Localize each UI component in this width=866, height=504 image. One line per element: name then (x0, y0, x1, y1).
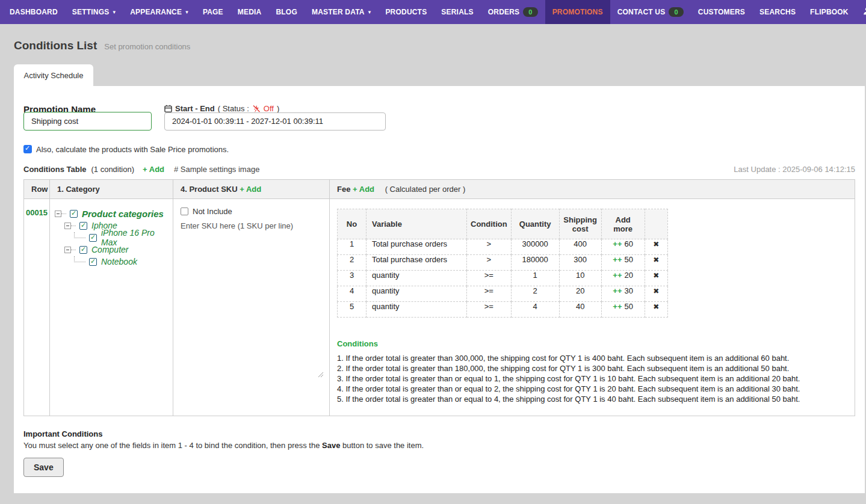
tree-node: Notebook (55, 256, 173, 268)
add-condition-button[interactable]: + Add (143, 165, 164, 174)
tree-connector (74, 232, 85, 238)
tree-connector (74, 256, 85, 262)
nav-item-media[interactable]: MEDIA (230, 0, 269, 24)
nav-item-label: PRODUCTS (385, 8, 427, 16)
sale-price-checkbox[interactable] (23, 145, 32, 153)
delete-row-icon[interactable]: ✖ (653, 287, 659, 295)
nav-item-serials[interactable]: SERIALS (434, 0, 480, 24)
fee-add-more-value: 60 (625, 239, 633, 248)
chevron-down-icon: ▾ (185, 10, 188, 15)
status-value: Off (264, 104, 274, 113)
fee-add-more: ++30 (601, 286, 645, 302)
sku-cell: Not Include (173, 199, 330, 416)
fee-shipping-cost: 400 (559, 239, 601, 255)
nav-item-label: BLOG (276, 8, 297, 16)
tree-collapse-icon[interactable] (64, 247, 71, 253)
delete-row-icon[interactable]: ✖ (653, 240, 659, 248)
count-badge: 0 (669, 7, 683, 17)
nav-item-label: PAGE (203, 8, 223, 16)
save-word: Save (322, 441, 340, 450)
delete-row-icon[interactable]: ✖ (653, 303, 659, 311)
conditions-summary: Conditions 1. If the order total is grea… (337, 339, 855, 404)
nav-item-settings[interactable]: SETTINGS▾ (65, 0, 123, 24)
fee-shipping-cost: 10 (559, 271, 601, 286)
fee-row: 4quantity>=220++30✖ (338, 286, 668, 302)
fee-no: 3 (338, 271, 367, 286)
nav-item-promotions[interactable]: PROMOTIONS (545, 0, 610, 24)
nav-item-dashboard[interactable]: DASHBOARD (2, 0, 65, 24)
promotion-name-input[interactable] (23, 112, 152, 131)
nav-item-label: CONTACT US (617, 8, 666, 16)
tree-connector (61, 214, 66, 214)
calendar-icon (164, 105, 172, 112)
condition-line: 5. If the order total is greater than or… (337, 394, 855, 404)
nav-item-blog[interactable]: BLOG (268, 0, 304, 24)
fee-condition: >= (467, 286, 512, 302)
date-range-input[interactable] (164, 112, 386, 131)
bolt-off-icon (252, 105, 261, 113)
row-id[interactable]: 00015 (24, 199, 49, 217)
tree-collapse-icon[interactable] (64, 223, 71, 229)
add-fee-button[interactable]: + Add (353, 185, 374, 194)
fee-condition: > (467, 239, 512, 255)
fee-header-cell: Variable (367, 209, 467, 239)
nav-item-label: MEDIA (238, 8, 262, 16)
not-include-checkbox[interactable] (181, 207, 188, 215)
not-include-row: Not Include (181, 206, 322, 216)
header-row: Row (24, 180, 50, 199)
nav-item-label: SEARCHS (759, 8, 796, 16)
fee-variable: Total purchase orders (367, 239, 467, 255)
tree-collapse-icon[interactable] (55, 211, 61, 217)
nav-item-label: PROMOTIONS (552, 8, 603, 16)
save-button[interactable]: Save (23, 458, 64, 477)
nav-item-admin[interactable]: ADMIN▾ (856, 0, 866, 24)
category-checkbox[interactable] (70, 210, 78, 218)
header-fee: Fee + Add ( Calculated per order ) (330, 180, 855, 199)
chevron-down-icon: ▾ (113, 10, 116, 15)
category-checkbox[interactable] (89, 258, 97, 266)
category-label: Computer (91, 245, 128, 254)
nav-item-products[interactable]: PRODUCTS (378, 0, 434, 24)
top-nav: DASHBOARDSETTINGS▾APPEARANCE▾PAGEMEDIABL… (0, 0, 866, 24)
category-checkbox[interactable] (89, 234, 97, 242)
nav-item-label: ORDERS (488, 8, 520, 16)
conditions-table-title: Conditions Table (23, 165, 86, 174)
nav-item-label: SERIALS (441, 8, 473, 16)
page-subtitle: Set promotion conditions (104, 42, 190, 51)
row-id-cell: 00015 (24, 199, 50, 416)
nav-item-flipbook[interactable]: FLIPBOOK (803, 0, 856, 24)
content-panel: Promotion Name Start - End ( Status : Of… (14, 86, 865, 493)
status-prefix: ( Status : (218, 104, 249, 113)
nav-item-appearance[interactable]: APPEARANCE▾ (123, 0, 196, 24)
category-checkbox[interactable] (79, 222, 87, 230)
header-category: 1. Category (50, 180, 173, 199)
delete-row-icon[interactable]: ✖ (653, 271, 659, 280)
nav-item-master-data[interactable]: MASTER DATA▾ (305, 0, 378, 24)
nav-item-orders[interactable]: ORDERS0 (481, 0, 545, 24)
fee-header-cell: Add more (601, 209, 645, 239)
plus-plus-icon: ++ (613, 302, 622, 311)
nav-item-contact-us[interactable]: CONTACT US0 (610, 0, 691, 24)
tree-node: Product categories (55, 207, 173, 220)
last-update-text: Last Update : 2025-09-06 14:12:15 (734, 165, 855, 174)
nav-item-searchs[interactable]: SEARCHS (752, 0, 803, 24)
sample-settings-link[interactable]: # Sample settings image (174, 165, 259, 174)
category-checkbox[interactable] (79, 246, 87, 254)
nav-item-label: CUSTOMERS (698, 8, 745, 16)
fee-shipping-cost: 40 (559, 302, 601, 318)
fee-table: NoVariableConditionQuantityShipping cost… (337, 209, 668, 318)
page-title: Conditions List (14, 39, 97, 52)
tab-activity-schedule[interactable]: Activity Schedule (14, 64, 93, 86)
fee-no: 2 (338, 255, 367, 271)
fee-add-more-value: 50 (625, 302, 633, 311)
condition-line: 3. If the order total is greater than or… (337, 373, 855, 384)
resize-grip-icon[interactable] (317, 370, 324, 380)
sku-textarea[interactable] (181, 221, 322, 366)
delete-row-icon[interactable]: ✖ (653, 256, 659, 264)
tree-connector (71, 226, 76, 226)
add-sku-button[interactable]: + Add (240, 185, 261, 194)
conditions-summary-lines: 1. If the order total is greater than 30… (337, 353, 855, 404)
nav-item-customers[interactable]: CUSTOMERS (691, 0, 752, 24)
nav-item-page[interactable]: PAGE (196, 0, 230, 24)
fee-add-more-value: 50 (625, 255, 633, 264)
